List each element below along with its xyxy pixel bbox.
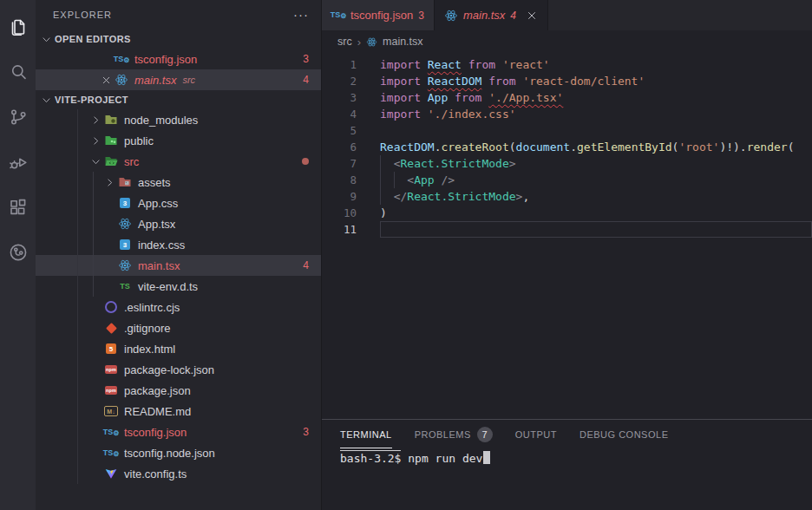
file-name: .gitignore — [124, 322, 170, 335]
ts-config-icon: TS⚙ — [114, 52, 129, 66]
close-icon[interactable] — [526, 10, 538, 22]
react-icon — [117, 217, 133, 231]
indent-guide — [77, 276, 78, 297]
indent-guide — [77, 463, 78, 484]
chevron-slot — [102, 195, 117, 211]
line-number: 2 — [322, 73, 357, 89]
source-control-icon — [8, 107, 29, 128]
indent-guide — [77, 255, 78, 276]
tree-item-vite.config.ts[interactable]: vite.config.ts — [36, 463, 321, 484]
open-editor-tsconfig.json[interactable]: TS⚙tsconfig.json3 — [36, 49, 321, 69]
activity-item-run-debug[interactable] — [0, 140, 36, 185]
chevron-slot — [88, 320, 103, 336]
open-editors-header[interactable]: OPEN EDITORS — [36, 29, 321, 49]
code-line-11[interactable]: 11 — [322, 221, 812, 238]
chevron-slot — [102, 237, 117, 252]
tree-item-package.json[interactable]: npmpackage.json — [36, 380, 321, 401]
tab-main.tsx[interactable]: main.tsx4 — [435, 0, 548, 30]
react-icon — [366, 36, 377, 48]
tree-item-package-lock.json[interactable]: npmpackage-lock.json — [36, 359, 321, 380]
line-content: </React.StrictMode>, — [380, 188, 812, 205]
line-number: 5 — [322, 122, 357, 139]
line-number: 9 — [322, 188, 357, 205]
tab-tsconfig.json[interactable]: TS⚙tsconfig.json3 — [322, 0, 435, 30]
chevron-slot — [88, 445, 103, 461]
chevron-slot — [102, 258, 117, 273]
git-icon — [103, 321, 119, 335]
tree-item-main.tsx[interactable]: main.tsx4 — [36, 255, 321, 276]
tree-item-src[interactable]: src — [36, 151, 321, 172]
tree-item-App.css[interactable]: 3App.css — [36, 193, 321, 213]
panel-tabs: TERMINALPROBLEMS7OUTPUTDEBUG CONSOLE — [322, 420, 812, 448]
activity-bar — [0, 0, 36, 510]
activity-item-source-control[interactable] — [0, 95, 36, 140]
react-icon — [114, 73, 129, 87]
indent-guide — [77, 213, 78, 234]
breadcrumb-folder[interactable]: src — [337, 36, 352, 48]
tree-item-vite-env.d.ts[interactable]: TSvite-env.d.ts — [36, 276, 321, 297]
problems-count-badge: 3 — [303, 426, 309, 438]
tree-item-public[interactable]: public — [36, 130, 321, 151]
line-content: <App /> — [380, 172, 812, 188]
code-line-1[interactable]: 1import React from 'react' — [322, 56, 812, 73]
sidebar-title-row: EXPLORER ··· — [36, 0, 321, 29]
close-icon[interactable] — [98, 72, 114, 88]
terminal-command: npm run dev — [401, 452, 482, 465]
line-number: 8 — [322, 172, 357, 188]
breadcrumb: src › main.tsx — [322, 30, 812, 53]
code-line-10[interactable]: 10) — [322, 205, 812, 221]
extensions-icon — [8, 197, 29, 218]
code-editor[interactable]: 1import React from 'react'2import ReactD… — [322, 53, 812, 419]
activity-item-search[interactable] — [0, 49, 36, 95]
file-name: App.css — [138, 197, 178, 210]
tree-item-tsconfig.node.json[interactable]: TS⚙tsconfig.node.json — [36, 442, 321, 463]
tree-item-index.html[interactable]: 5index.html — [36, 338, 321, 359]
line-number: 1 — [322, 56, 357, 73]
activity-item-remote[interactable] — [0, 230, 36, 275]
indent-guide — [77, 401, 78, 422]
file-name: vite-env.d.ts — [138, 280, 198, 293]
code-line-4[interactable]: 4import './index.css' — [322, 106, 812, 122]
file-name: main.tsx — [134, 74, 176, 87]
project-header[interactable]: VITE-PROJECT — [36, 90, 321, 109]
open-editor-main.tsx[interactable]: main.tsxsrc4 — [36, 69, 321, 90]
search-icon — [8, 62, 29, 82]
tree-item-App.tsx[interactable]: App.tsx — [36, 213, 321, 234]
tree-item-tsconfig.json[interactable]: TS⚙tsconfig.json3 — [36, 422, 321, 442]
code-line-5[interactable]: 5 — [322, 122, 812, 139]
tree-item-.eslintrc.cjs[interactable]: .eslintrc.cjs — [36, 297, 321, 317]
panel-tab-output[interactable]: OUTPUT — [515, 420, 557, 448]
tab-problem-count: 4 — [510, 10, 516, 22]
code-line-3[interactable]: 3import App from './App.tsx' — [322, 89, 812, 106]
indent-guide — [77, 359, 78, 380]
terminal[interactable]: bash-3.2$ npm run dev — [322, 448, 812, 465]
activity-item-extensions[interactable] — [0, 185, 36, 230]
chevron-down-icon — [39, 32, 53, 46]
line-content: <React.StrictMode> — [380, 155, 812, 172]
code-line-8[interactable]: 8 <App /> — [322, 172, 812, 188]
line-content — [380, 122, 812, 139]
panel-tab-debug-console[interactable]: DEBUG CONSOLE — [580, 420, 668, 448]
tree-item-assets[interactable]: assets — [36, 172, 321, 193]
file-name: App.tsx — [138, 218, 175, 231]
chevron-right-icon — [88, 112, 103, 128]
code-line-9[interactable]: 9 </React.StrictMode>, — [322, 188, 812, 205]
activity-item-explorer[interactable] — [0, 4, 36, 49]
tree-item-node_modules[interactable]: node_modules — [36, 109, 321, 130]
code-line-2[interactable]: 2import ReactDOM from 'react-dom/client' — [322, 73, 812, 89]
tree-item-.gitignore[interactable]: .gitignore — [36, 317, 321, 338]
panel-tab-problems[interactable]: PROBLEMS7 — [415, 420, 493, 448]
more-actions-icon[interactable]: ··· — [293, 10, 309, 19]
tree-item-README.md[interactable]: M↓README.md — [36, 401, 321, 422]
explorer-icon — [8, 16, 29, 37]
npm-icon: npm — [103, 383, 119, 397]
code-line-6[interactable]: 6ReactDOM.createRoot(document.getElement… — [322, 139, 812, 155]
html-icon: 5 — [103, 342, 119, 356]
line-content — [380, 221, 812, 238]
breadcrumb-file[interactable]: main.tsx — [383, 36, 423, 48]
code-line-7[interactable]: 7 <React.StrictMode> — [322, 155, 812, 172]
folder-src-open-icon — [103, 154, 119, 168]
tree-item-index.css[interactable]: 3index.css — [36, 234, 321, 255]
panel-tab-terminal[interactable]: TERMINAL — [340, 420, 392, 448]
indent-guide — [380, 172, 381, 188]
